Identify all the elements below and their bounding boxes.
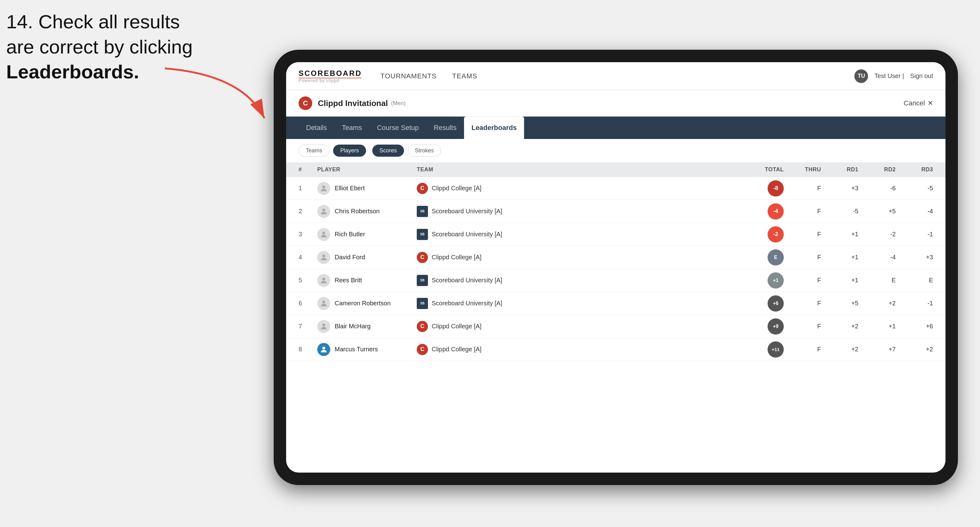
signout-link[interactable]: Sign out	[910, 73, 933, 79]
rank-1: 1	[299, 185, 317, 192]
tablet-device: SCOREBOARD Powered by clippd TOURNAMENTS…	[274, 50, 958, 485]
instruction-line1: 14. Check all results	[6, 11, 180, 32]
player-3: Rich Butler	[317, 228, 417, 241]
rd1-4: +1	[821, 254, 858, 261]
rank-2: 2	[299, 208, 317, 215]
team-logo-7: C	[417, 321, 428, 332]
avatar-5	[317, 274, 330, 287]
svg-point-6	[322, 300, 325, 303]
table-row: 4 David Ford C Clippd College [A] E F +1…	[286, 246, 945, 269]
user-avatar: TU	[854, 69, 868, 83]
nav-tournaments[interactable]: TOURNAMENTS	[380, 71, 437, 82]
rd2-8: +7	[858, 346, 896, 353]
table-row: 1 Elliot Ebert C Clippd College [A] -8 F…	[286, 177, 945, 200]
nav-links: TOURNAMENTS TEAMS	[380, 71, 854, 82]
filter-scores[interactable]: Scores	[372, 144, 404, 157]
rank-7: 7	[299, 323, 317, 330]
score-badge-2: -4	[768, 203, 784, 219]
thru-5: F	[784, 277, 821, 284]
team-5: SB Scoreboard University [A]	[417, 275, 734, 286]
rd1-7: +2	[821, 323, 858, 330]
th-total: TOTAL	[734, 166, 784, 173]
svg-point-5	[322, 277, 325, 280]
nav-user-area: TU Test User | Sign out	[854, 69, 933, 83]
svg-point-3	[322, 231, 325, 234]
score-badge-1: -8	[768, 180, 784, 197]
logo-sub: Powered by clippd	[299, 78, 362, 83]
filter-teams[interactable]: Teams	[299, 144, 329, 157]
team-logo-8: C	[417, 344, 428, 355]
svg-point-4	[322, 254, 325, 257]
rd3-4: +3	[896, 254, 933, 261]
tab-course-setup[interactable]: Course Setup	[369, 117, 426, 139]
tab-results[interactable]: Results	[426, 117, 464, 139]
avatar-2	[317, 205, 330, 218]
scoreboard-logo: SCOREBOARD Powered by clippd	[299, 70, 362, 83]
th-team: TEAM	[417, 166, 734, 173]
cancel-button[interactable]: Cancel ✕	[904, 99, 933, 107]
th-rd2: RD2	[858, 166, 896, 173]
tournament-badge: (Men)	[391, 100, 406, 106]
rank-3: 3	[299, 231, 317, 238]
player-4: David Ford	[317, 251, 417, 264]
total-6: +6	[734, 295, 784, 311]
team-6: SB Scoreboard University [A]	[417, 298, 734, 309]
tournament-header: C Clippd Invitational (Men) Cancel ✕	[286, 90, 945, 117]
team-1: C Clippd College [A]	[417, 183, 734, 194]
thru-1: F	[784, 185, 821, 192]
total-2: -4	[734, 203, 784, 219]
th-rd3: RD3	[896, 166, 933, 173]
table-row: 3 Rich Butler SB Scoreboard University […	[286, 223, 945, 246]
tab-details[interactable]: Details	[299, 117, 334, 139]
team-logo-3: SB	[417, 229, 428, 240]
rank-6: 6	[299, 300, 317, 307]
svg-point-1	[322, 185, 325, 188]
rd2-2: +5	[858, 208, 896, 215]
rd1-8: +2	[821, 346, 858, 353]
rd3-8: +2	[896, 346, 933, 353]
player-7: Blair McHarg	[317, 320, 417, 333]
th-thru: THRU	[784, 166, 821, 173]
total-5: +1	[734, 272, 784, 289]
rd1-6: +5	[821, 300, 858, 307]
rd2-4: -4	[858, 254, 896, 261]
tab-teams[interactable]: Teams	[334, 117, 369, 139]
team-logo-4: C	[417, 252, 428, 263]
tab-leaderboards[interactable]: Leaderboards	[464, 117, 524, 139]
rd3-5: E	[896, 277, 933, 284]
rd2-3: -2	[858, 231, 896, 238]
total-7: +9	[734, 318, 784, 335]
rd3-3: -1	[896, 231, 933, 238]
filter-players[interactable]: Players	[333, 144, 366, 157]
player-6: Cameron Robertson	[317, 297, 417, 310]
cancel-icon: ✕	[928, 99, 933, 107]
player-8: Marcus Turners	[317, 343, 417, 356]
avatar-6	[317, 297, 330, 310]
score-badge-4: E	[768, 249, 784, 265]
nav-teams[interactable]: TEAMS	[452, 71, 477, 82]
th-rank: #	[299, 166, 317, 173]
total-3: -2	[734, 226, 784, 243]
thru-8: F	[784, 346, 821, 353]
rd3-1: -5	[896, 185, 933, 192]
th-player: PLAYER	[317, 166, 417, 173]
thru-6: F	[784, 300, 821, 307]
filter-strokes[interactable]: Strokes	[408, 144, 441, 157]
total-4: E	[734, 249, 784, 265]
table-row: 7 Blair McHarg C Clippd College [A] +9 F…	[286, 315, 945, 338]
instruction-bold: Leaderboards.	[6, 61, 139, 83]
team-7: C Clippd College [A]	[417, 321, 734, 332]
table-row: 5 Rees Britt SB Scoreboard University [A…	[286, 269, 945, 292]
score-badge-6: +6	[768, 295, 784, 311]
filter-bar: Teams Players Scores Strokes	[286, 139, 945, 163]
table-row: 6 Cameron Robertson SB Scoreboard Univer…	[286, 292, 945, 315]
logo-top: SCOREBOARD	[299, 70, 362, 78]
score-badge-8: +11	[768, 341, 784, 357]
team-logo-1: C	[417, 183, 428, 194]
avatar-3	[317, 228, 330, 241]
rank-8: 8	[299, 346, 317, 353]
tablet-screen: SCOREBOARD Powered by clippd TOURNAMENTS…	[286, 62, 945, 473]
rd3-6: -1	[896, 300, 933, 307]
tab-bar: Details Teams Course Setup Results Leade…	[286, 117, 945, 139]
thru-2: F	[784, 208, 821, 215]
